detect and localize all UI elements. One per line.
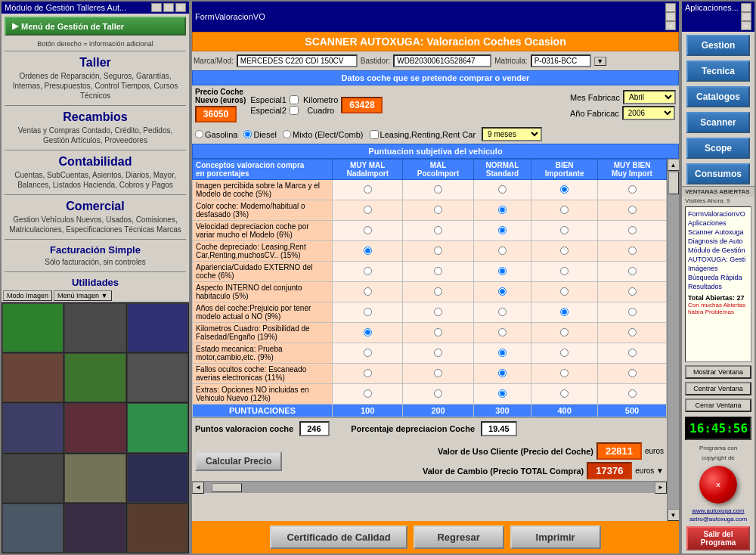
row10-radio1[interactable] (364, 369, 372, 377)
marca-input[interactable] (237, 54, 358, 67)
ventana-scanner[interactable]: Scanner Autoxuga (688, 228, 748, 237)
row4-radio1[interactable] (364, 246, 372, 255)
horiz-scrollbar[interactable]: ◄ ► (192, 481, 667, 493)
row9-radio1[interactable] (364, 349, 372, 357)
horiz-scroll-left[interactable]: ◄ (192, 482, 204, 494)
row6-radio2[interactable] (434, 287, 442, 296)
minimize-btn[interactable]: _ (151, 3, 162, 12)
mixto-radio[interactable] (283, 130, 291, 138)
row6-radio1[interactable] (364, 287, 372, 296)
row5-radio5[interactable] (628, 267, 637, 275)
row11-radio3[interactable] (498, 389, 507, 398)
especial1-checkbox[interactable] (290, 95, 299, 104)
row6-radio5[interactable] (628, 287, 637, 296)
row7-radio3[interactable] (498, 308, 507, 316)
calcular-precio-btn[interactable]: Calcular Precio (195, 451, 282, 471)
row11-radio4[interactable] (560, 389, 569, 398)
ventana-diagnosis[interactable]: Diagnosis de Auto (688, 237, 748, 246)
row4-radio5[interactable] (628, 246, 637, 255)
cerrar-ventana-btn[interactable]: Cerrar Ventana (685, 398, 751, 412)
maximize-btn[interactable]: □ (163, 3, 174, 12)
row3-radio5[interactable] (628, 226, 637, 234)
website-url[interactable]: www.autoxuga.com (682, 507, 754, 515)
ventana-modulo[interactable]: Módulo de Gestión (688, 246, 748, 255)
row1-radio3[interactable] (498, 185, 507, 194)
leasing-checkbox[interactable] (370, 130, 379, 139)
row2-radio3[interactable] (498, 206, 507, 214)
ano-select[interactable]: 2006200520072008 (622, 106, 675, 120)
row8-radio3[interactable] (498, 328, 507, 336)
form-minimize-btn[interactable]: _ (665, 3, 676, 12)
vert-scrollbar[interactable]: ▲ ▼ (667, 159, 679, 521)
row5-radio1[interactable] (364, 267, 372, 275)
row9-radio2[interactable] (434, 349, 442, 357)
row4-radio3[interactable] (498, 246, 507, 255)
mes-select[interactable]: AbrilEneroFebreroMarzo (623, 90, 676, 104)
row7-radio1[interactable] (364, 308, 372, 316)
right-minimize-btn[interactable]: _ (741, 3, 751, 12)
meses-select[interactable]: 9 meses12 meses24 meses (482, 127, 542, 141)
ventana-formvaloracion[interactable]: FormValoracionVO (688, 209, 748, 219)
ventana-aplicaciones[interactable]: Aplicaciones (688, 219, 748, 228)
row1-radio2[interactable] (434, 185, 442, 194)
matricula-input[interactable] (531, 54, 591, 67)
form-close-btn[interactable]: × (665, 21, 676, 30)
row2-radio2[interactable] (434, 206, 442, 214)
horiz-thumb[interactable] (212, 483, 242, 492)
row11-radio2[interactable] (434, 389, 442, 398)
modo-imagen-btn[interactable]: Modo Imagen (3, 290, 52, 301)
ventana-resultados[interactable]: Resultados (688, 282, 748, 291)
row11-radio1[interactable] (364, 389, 372, 398)
ventana-busqueda[interactable]: Búsqueda Rápida (688, 273, 748, 282)
ventana-imagenes[interactable]: Imágenes (688, 264, 748, 273)
scroll-up-btn[interactable]: ▲ (668, 159, 680, 171)
row7-radio4[interactable] (560, 308, 569, 316)
horiz-scroll-right[interactable]: ► (655, 482, 667, 494)
catalogos-btn[interactable]: Catalogos (686, 86, 750, 107)
row10-radio4[interactable] (560, 369, 569, 377)
row5-radio4[interactable] (560, 267, 569, 275)
km-value[interactable]: 63428 (341, 97, 383, 113)
horiz-track[interactable] (204, 482, 655, 493)
diesel-radio[interactable] (243, 130, 252, 138)
row7-radio2[interactable] (434, 308, 442, 316)
regresar-btn[interactable]: Regresar (414, 526, 504, 549)
row6-radio3[interactable] (498, 287, 507, 296)
row5-radio2[interactable] (434, 267, 442, 275)
centrar-ventana-btn[interactable]: Centrar Ventana (685, 382, 751, 395)
menu-imagen-btn[interactable]: Menú Imagen ▼ (54, 290, 111, 301)
row2-radio1[interactable] (364, 206, 372, 214)
scroll-track[interactable] (668, 171, 679, 509)
menu-gestion-button[interactable]: ▶ Menú de Gestión de Taller (5, 17, 186, 36)
row3-radio2[interactable] (434, 226, 442, 234)
row9-radio4[interactable] (560, 349, 569, 357)
row9-radio5[interactable] (628, 349, 637, 357)
scope-btn[interactable]: Scope (686, 138, 750, 159)
consumos-btn[interactable]: Consumos (686, 163, 750, 184)
scanner-btn[interactable]: Scanner (686, 112, 750, 133)
row2-radio5[interactable] (628, 206, 637, 214)
row8-radio4[interactable] (560, 328, 569, 336)
row4-radio2[interactable] (434, 246, 442, 255)
certificado-btn[interactable]: Certificado de Calidad (270, 526, 407, 549)
row8-radio5[interactable] (628, 328, 637, 336)
row9-radio3[interactable] (498, 349, 507, 357)
especial2-checkbox[interactable] (290, 106, 299, 115)
exit-btn[interactable]: Salir del Programa (686, 526, 750, 550)
close-btn[interactable]: × (175, 3, 186, 12)
row7-radio5[interactable] (628, 308, 637, 316)
row6-radio4[interactable] (560, 287, 569, 296)
row8-radio2[interactable] (434, 328, 442, 336)
precio-value[interactable]: 36050 (195, 106, 237, 122)
row4-radio4[interactable] (560, 246, 569, 255)
row10-radio3[interactable] (498, 369, 507, 377)
right-close-btn[interactable]: × (741, 21, 751, 30)
ventana-autoxuga[interactable]: AUTOXUGA: Gesti (688, 255, 748, 264)
form-maximize-btn[interactable]: □ (665, 12, 676, 21)
row5-radio3[interactable] (498, 267, 507, 275)
scroll-arrow-right[interactable]: ▼ (594, 57, 606, 66)
ventanas-list[interactable]: FormValoracionVO Aplicaciones Scanner Au… (685, 206, 751, 362)
row8-radio1[interactable] (364, 328, 372, 336)
right-maximize-btn[interactable]: □ (741, 12, 751, 21)
gasolina-radio[interactable] (195, 130, 203, 138)
